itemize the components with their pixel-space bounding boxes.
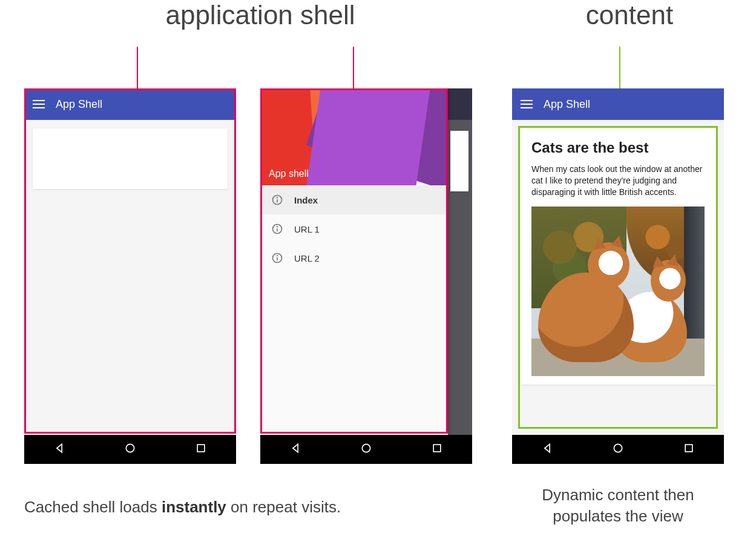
nav-home-icon[interactable] xyxy=(360,442,372,457)
android-nav-bar xyxy=(24,435,236,464)
info-icon xyxy=(271,252,283,264)
drawer-header-title: App shell xyxy=(269,168,309,179)
android-nav-bar xyxy=(260,435,472,464)
connector-shell-left xyxy=(137,47,138,89)
caption-left-pre: Cached shell loads xyxy=(24,498,162,516)
content-area-empty xyxy=(24,120,236,435)
article-title: Cats are the best xyxy=(531,139,705,156)
svg-point-4 xyxy=(277,197,278,198)
nav-recent-icon[interactable] xyxy=(683,442,695,457)
nav-back-icon[interactable] xyxy=(289,442,301,457)
nav-home-icon[interactable] xyxy=(612,442,624,457)
caption-left-strong: instantly xyxy=(162,498,226,516)
app-bar-title: App Shell xyxy=(56,98,102,111)
content-area: Cats are the best When my cats look out … xyxy=(512,120,724,435)
drawer-item-index[interactable]: Index xyxy=(260,185,448,214)
hamburger-icon[interactable] xyxy=(33,100,45,108)
article-body: When my cats look out the window at anot… xyxy=(531,164,705,198)
drawer-header: App shell xyxy=(260,88,448,185)
app-bar: App Shell xyxy=(512,88,724,120)
app-bar-title: App Shell xyxy=(544,98,590,111)
label-application-shell: application shell xyxy=(97,0,424,30)
connector-shell-right xyxy=(353,47,354,89)
caption-right: Dynamic content then populates the view xyxy=(512,485,724,527)
svg-point-0 xyxy=(126,444,134,452)
nav-recent-icon[interactable] xyxy=(195,442,207,457)
svg-point-11 xyxy=(362,444,370,452)
svg-point-13 xyxy=(614,444,622,452)
nav-back-icon[interactable] xyxy=(541,442,553,457)
nav-back-icon[interactable] xyxy=(53,442,65,457)
info-icon xyxy=(271,223,283,235)
article-image xyxy=(531,207,705,376)
phone-shell-drawer: App shell Index URL 1 URL 2 xyxy=(260,88,472,464)
svg-rect-14 xyxy=(685,445,692,452)
drawer-item-url2[interactable]: URL 2 xyxy=(260,243,448,273)
svg-point-10 xyxy=(277,256,278,256)
card-behind xyxy=(450,131,468,191)
android-nav-bar xyxy=(512,435,724,464)
svg-rect-12 xyxy=(433,445,441,452)
drawer-item-label: URL 1 xyxy=(294,224,320,234)
phone-content: App Shell Cats are the best When my cats… xyxy=(512,88,724,464)
hamburger-icon[interactable] xyxy=(521,100,533,108)
caption-left: Cached shell loads instantly on repeat v… xyxy=(24,497,436,518)
label-content: content xyxy=(557,0,702,30)
svg-point-7 xyxy=(277,227,278,227)
nav-home-icon[interactable] xyxy=(124,442,136,457)
navigation-drawer: App shell Index URL 1 URL 2 xyxy=(260,88,448,435)
drawer-item-label: Index xyxy=(294,195,318,205)
drawer-item-label: URL 2 xyxy=(294,253,320,263)
drawer-item-url1[interactable]: URL 1 xyxy=(260,214,448,243)
phone-shell-empty: App Shell xyxy=(24,88,236,464)
nav-recent-icon[interactable] xyxy=(431,442,443,457)
drawer-list: Index URL 1 URL 2 xyxy=(260,185,448,435)
svg-rect-1 xyxy=(197,445,205,452)
app-bar: App Shell xyxy=(24,88,236,120)
caption-left-post: on repeat visits. xyxy=(226,498,341,516)
placeholder-card xyxy=(33,128,228,189)
info-icon xyxy=(271,194,283,206)
content-card: Cats are the best When my cats look out … xyxy=(521,128,715,385)
drawer-scene: App shell Index URL 1 URL 2 xyxy=(260,88,472,435)
